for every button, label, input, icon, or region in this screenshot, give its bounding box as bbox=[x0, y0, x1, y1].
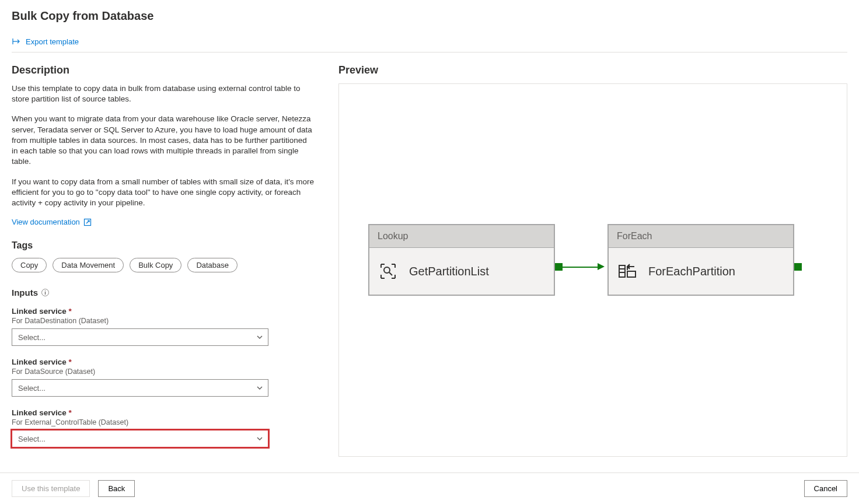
tag[interactable]: Bulk Copy bbox=[130, 258, 181, 272]
description-text-2: When you want to migrate data from your … bbox=[12, 114, 315, 167]
description-text-1: Use this template to copy data in bulk f… bbox=[12, 83, 315, 104]
tags-heading: Tags bbox=[12, 240, 315, 251]
field-label: Linked service * bbox=[12, 408, 315, 417]
connector-line bbox=[563, 267, 598, 268]
foreach-icon bbox=[617, 261, 638, 282]
linked-service-select-destination[interactable]: Select... bbox=[12, 328, 268, 346]
activity-type-label: Lookup bbox=[369, 225, 554, 248]
linked-service-select-controltable[interactable]: Select... bbox=[12, 430, 268, 447]
connector-output bbox=[555, 263, 563, 271]
preview-canvas: Lookup GetPartitionList bbox=[338, 83, 847, 457]
export-template-label: Export template bbox=[26, 37, 79, 46]
cancel-button[interactable]: Cancel bbox=[804, 480, 847, 497]
connector-output bbox=[794, 263, 802, 271]
svg-point-1 bbox=[384, 267, 390, 273]
activity-lookup[interactable]: Lookup GetPartitionList bbox=[368, 224, 555, 296]
field-label: Linked service * bbox=[12, 358, 315, 366]
page-title: Bulk Copy from Database bbox=[12, 9, 847, 23]
export-template-link[interactable]: Export template bbox=[12, 37, 847, 52]
activity-foreach[interactable]: ForEach ForEachPartition bbox=[607, 224, 794, 296]
footer-bar: Use this template Back Cancel bbox=[0, 473, 859, 504]
field-sublabel: For DataDestination (Dataset) bbox=[12, 317, 315, 325]
activity-name-label: GetPartitionList bbox=[409, 265, 489, 278]
tag[interactable]: Copy bbox=[12, 258, 47, 272]
use-this-template-button[interactable]: Use this template bbox=[12, 480, 90, 497]
external-link-icon bbox=[83, 218, 92, 226]
view-documentation-link[interactable]: View documentation bbox=[12, 218, 92, 226]
inputs-heading: Inputs i bbox=[12, 288, 315, 298]
back-button[interactable]: Back bbox=[98, 480, 135, 497]
chevron-down-icon bbox=[256, 334, 263, 341]
activity-name-label: ForEachPartition bbox=[648, 265, 735, 278]
info-icon[interactable]: i bbox=[41, 289, 49, 296]
chevron-down-icon bbox=[256, 384, 263, 391]
arrow-icon bbox=[598, 263, 605, 270]
field-label: Linked service * bbox=[12, 307, 315, 316]
lookup-icon bbox=[378, 261, 399, 282]
description-heading: Description bbox=[12, 64, 315, 76]
svg-rect-2 bbox=[619, 265, 625, 277]
field-sublabel: For External_ControlTable (Dataset) bbox=[12, 418, 315, 426]
svg-rect-3 bbox=[627, 271, 635, 277]
tag[interactable]: Database bbox=[187, 258, 238, 272]
chevron-down-icon bbox=[256, 435, 263, 442]
view-documentation-label: View documentation bbox=[12, 218, 80, 226]
preview-heading: Preview bbox=[338, 64, 847, 76]
export-icon bbox=[12, 37, 21, 46]
activity-type-label: ForEach bbox=[609, 225, 793, 248]
tag[interactable]: Data Movement bbox=[53, 258, 124, 272]
description-text-3: If you want to copy data from a small nu… bbox=[12, 177, 315, 209]
tags-container: Copy Data Movement Bulk Copy Database bbox=[12, 258, 315, 272]
linked-service-select-source[interactable]: Select... bbox=[12, 379, 268, 397]
field-sublabel: For DataSource (Dataset) bbox=[12, 368, 315, 376]
